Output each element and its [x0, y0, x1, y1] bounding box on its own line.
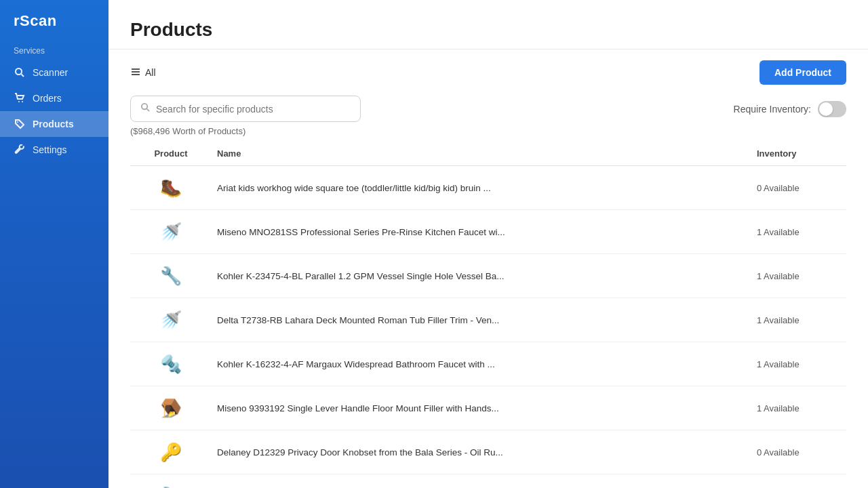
product-image-cell: 🥾 — [130, 166, 212, 210]
sidebar-item-settings[interactable]: Settings — [0, 137, 108, 163]
tab-all-label: All — [145, 67, 156, 78]
svg-point-4 — [17, 121, 18, 123]
product-icon: 🔩 — [157, 350, 184, 378]
product-name-cell: Kohler K-23475-4-BL Parallel 1.2 GPM Ves… — [212, 254, 751, 298]
sidebar-orders-label: Orders — [33, 93, 62, 104]
table-row: 🚿 Miseno MNO281SS Professional Series Pr… — [130, 210, 846, 254]
product-name-cell: Delta H695RB Cassidy Two Cross Bath Roma… — [212, 474, 751, 489]
main-content: Products All Add Product — [108, 0, 868, 488]
product-icon: 🔑 — [157, 439, 184, 466]
product-inventory-cell: 1 Available — [751, 474, 846, 489]
require-inventory-toggle[interactable] — [818, 101, 846, 117]
cart-icon — [14, 92, 26, 104]
search-icon — [14, 66, 26, 79]
toggle-knob — [819, 102, 833, 116]
sidebar-scanner-label: Scanner — [33, 67, 68, 78]
app-logo: rScan — [0, 0, 108, 41]
product-inventory-cell: 1 Available — [751, 254, 846, 298]
product-icon: 🔧 — [157, 483, 184, 488]
sidebar-section-label: Services — [0, 41, 108, 60]
product-image-cell: 🔑 — [130, 430, 212, 474]
product-icon: 🥾 — [157, 174, 184, 201]
require-inventory-control: Require Inventory: — [734, 101, 846, 117]
search-icon — [140, 102, 151, 115]
svg-line-9 — [147, 109, 149, 111]
product-image-cell: 🚿 — [130, 210, 212, 254]
search-box[interactable] — [130, 96, 361, 122]
product-inventory-cell: 0 Available — [751, 430, 846, 474]
table-header-row: Product Name Inventory — [130, 142, 846, 166]
product-name-cell: Delta T2738-RB Lahara Deck Mounted Roman… — [212, 298, 751, 342]
table-row: 🪤 Miseno 9393192 Single Lever Handle Flo… — [130, 386, 846, 430]
product-icon: 🚿 — [157, 306, 184, 333]
product-inventory-cell: 1 Available — [751, 298, 846, 342]
svg-point-8 — [142, 104, 147, 109]
product-name-cell: Miseno MNO281SS Professional Series Pre-… — [212, 210, 751, 254]
product-image-cell: 🪤 — [130, 386, 212, 430]
svg-line-1 — [22, 75, 24, 77]
svg-point-0 — [16, 68, 22, 75]
product-icon: 🪤 — [157, 394, 184, 422]
sidebar-item-products[interactable]: Products — [0, 111, 108, 137]
search-row: Require Inventory: — [108, 85, 868, 122]
table-row: 🔩 Kohler K-16232-4-AF Margaux Widespread… — [130, 342, 846, 386]
col-header-name: Name — [212, 142, 751, 166]
product-name-cell: Kohler K-16232-4-AF Margaux Widespread B… — [212, 342, 751, 386]
product-image-cell: 🚿 — [130, 298, 212, 342]
col-header-inventory: Inventory — [751, 142, 846, 166]
table-row: 🔧 Delta H695RB Cassidy Two Cross Bath Ro… — [130, 474, 846, 489]
product-image-cell: 🔧 — [130, 254, 212, 298]
require-inventory-label: Require Inventory: — [734, 104, 811, 115]
page-header: Products — [108, 0, 868, 49]
product-icon: 🔧 — [157, 262, 184, 289]
sidebar-products-label: Products — [33, 119, 74, 129]
products-table-container: Product Name Inventory 🥾 Ariat kids work… — [108, 142, 868, 488]
table-row: 🚿 Delta T2738-RB Lahara Deck Mounted Rom… — [130, 298, 846, 342]
product-icon: 🚿 — [157, 218, 184, 245]
product-name-cell: Ariat kids workhog wide square toe (todd… — [212, 166, 751, 210]
add-product-button[interactable]: Add Product — [760, 60, 846, 85]
sidebar-item-orders[interactable]: Orders — [0, 85, 108, 111]
sidebar: rScan Services Scanner Orders Pro — [0, 0, 108, 488]
product-inventory-cell: 1 Available — [751, 386, 846, 430]
svg-point-3 — [22, 101, 23, 102]
tag-icon — [14, 118, 26, 130]
list-icon — [130, 66, 141, 79]
product-image-cell: 🔩 — [130, 342, 212, 386]
products-table: Product Name Inventory 🥾 Ariat kids work… — [130, 142, 846, 488]
sidebar-settings-label: Settings — [33, 144, 67, 155]
product-inventory-cell: 1 Available — [751, 342, 846, 386]
worth-text: ($968,496 Worth of Products) — [108, 122, 868, 136]
svg-point-2 — [18, 101, 20, 102]
tab-all[interactable]: All — [130, 64, 156, 82]
product-name-cell: Miseno 9393192 Single Lever Handle Floor… — [212, 386, 751, 430]
product-name-cell: Delaney D12329 Privacy Door Knobset from… — [212, 430, 751, 474]
col-header-product: Product — [130, 142, 212, 166]
wrench-icon — [14, 144, 26, 156]
table-row: 🔧 Kohler K-23475-4-BL Parallel 1.2 GPM V… — [130, 254, 846, 298]
table-row: 🔑 Delaney D12329 Privacy Door Knobset fr… — [130, 430, 846, 474]
product-inventory-cell: 0 Available — [751, 166, 846, 210]
product-inventory-cell: 1 Available — [751, 210, 846, 254]
search-input[interactable] — [156, 104, 351, 115]
product-image-cell: 🔧 — [130, 474, 212, 489]
table-row: 🥾 Ariat kids workhog wide square toe (to… — [130, 166, 846, 210]
page-title: Products — [130, 19, 846, 41]
toolbar: All Add Product — [108, 49, 868, 85]
sidebar-item-scanner[interactable]: Scanner — [0, 60, 108, 85]
